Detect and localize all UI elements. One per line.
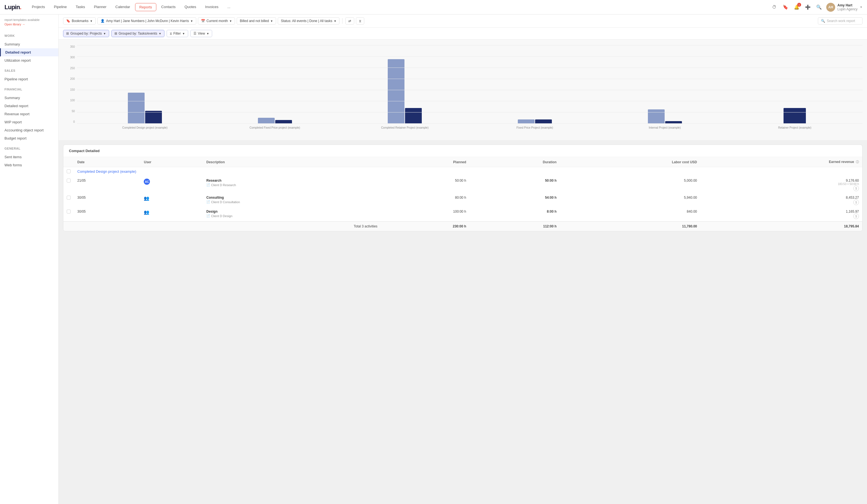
sidebar-item-web-forms[interactable]: Web forms <box>0 161 58 169</box>
data-table: Date User Description Planned Duration L… <box>63 157 862 231</box>
period-button[interactable]: 📅 Current month ▼ <box>198 17 235 24</box>
nav-reports[interactable]: Reports <box>135 3 156 11</box>
data-card: Compact Detailed Date User Description P… <box>63 144 863 231</box>
sidebar-item-pipeline-report[interactable]: Pipeline report <box>0 75 58 83</box>
logo[interactable]: Lupin. <box>4 4 21 11</box>
th-user[interactable]: User <box>140 157 203 167</box>
bookmarks-button[interactable]: 🔖 Bookmarks ▼ <box>63 17 96 24</box>
nav-tasks[interactable]: Tasks <box>72 3 89 11</box>
user-info[interactable]: AH Amy Hart Lupin Agency ▼ <box>826 3 863 12</box>
th-labor-cost[interactable]: Labor cost USD <box>560 157 700 167</box>
bar-light-5[interactable] <box>648 109 665 124</box>
nav-more[interactable]: ... <box>224 3 235 11</box>
x-label-5: Internal Project (example) <box>603 126 727 129</box>
row1-task-sub: 📄 Client D Research <box>206 183 377 187</box>
nav-contacts[interactable]: Contacts <box>158 3 180 11</box>
sidebar-item-budget-report[interactable]: Budget report <box>0 134 58 142</box>
bar-dark-3[interactable] <box>405 108 422 124</box>
user-text: Amy Hart Lupin Agency <box>837 3 857 11</box>
bar-dark-1[interactable] <box>145 111 162 124</box>
bookmarks-chevron: ▼ <box>90 20 93 23</box>
bar-light-4[interactable] <box>518 119 535 124</box>
bar-dark-2[interactable] <box>275 120 292 124</box>
info-icon[interactable]: ⓘ <box>856 160 859 163</box>
y-label-150: 150 <box>70 88 75 91</box>
bookmark-icon-small: 🔖 <box>66 19 70 23</box>
billing-button[interactable]: Billed and not billed ▼ <box>237 17 276 24</box>
row3-description: Design 📄 Client D Design <box>203 207 381 222</box>
project-header-row: Completed Design project (example) <box>63 167 862 176</box>
nav-planner[interactable]: Planner <box>90 3 110 11</box>
th-earned-revenue[interactable]: Earned revenue ⓘ <box>700 157 862 167</box>
sync-button[interactable]: ⇄ <box>345 17 354 24</box>
nav-projects[interactable]: Projects <box>28 3 49 11</box>
bar-dark-5[interactable] <box>665 121 682 124</box>
th-description[interactable]: Description <box>203 157 381 167</box>
add-icon[interactable]: ➕ <box>804 3 812 11</box>
row3-task-sub: 📄 Client D Design <box>206 214 377 218</box>
sidebar-item-utilization-report[interactable]: Utilization report <box>0 56 58 64</box>
toolbar-separator <box>342 18 343 24</box>
nav-pipeline[interactable]: Pipeline <box>50 3 71 11</box>
user-chevron-icon: ▼ <box>860 6 863 9</box>
group-by-projects-button[interactable]: ⊞ Grouped by: Projects ▼ <box>63 30 109 37</box>
nav-invoices[interactable]: Invoices <box>201 3 223 11</box>
view-button[interactable]: ☰ View ▼ <box>190 30 212 37</box>
total-row: Total 3 activities 230:00 h 112:00 h 11,… <box>63 222 862 231</box>
user-name: Amy Hart <box>837 3 857 7</box>
bookmark-icon[interactable]: 🔖 <box>782 3 789 11</box>
bar-light-1[interactable] <box>128 93 144 124</box>
open-library-link[interactable]: Open library → <box>4 23 25 26</box>
filter-icon-button[interactable]: ⧖ <box>356 17 364 24</box>
th-date[interactable]: Date <box>74 157 140 167</box>
filter-button[interactable]: ⧖ Filter ▼ <box>167 30 188 37</box>
bar-dark-6[interactable] <box>783 108 806 124</box>
users-filter-button[interactable]: 👤 Amy Hart | Jane Numbers | John McDunn … <box>97 17 196 24</box>
filter-btn-icon: ⧖ <box>170 32 172 35</box>
dollar-circle-2[interactable]: $ <box>853 200 859 205</box>
main-content: 🔖 Bookmarks ▼ 👤 Amy Hart | Jane Numbers … <box>58 14 867 504</box>
nav-calendar[interactable]: Calendar <box>111 3 134 11</box>
sidebar-item-financial-summary[interactable]: Summary <box>0 94 58 102</box>
row2-labor-cost: 5,940.00 <box>560 193 700 207</box>
sidebar-item-financial-detailed[interactable]: Detailed report <box>0 102 58 110</box>
section-title-work: Work <box>4 34 54 37</box>
project-checkbox[interactable] <box>67 169 71 173</box>
row3-user: 👥 <box>140 207 203 222</box>
bar-light-2[interactable] <box>258 118 275 124</box>
row3-labor-cost: 840.00 <box>560 207 700 222</box>
y-label-50: 50 <box>72 110 75 113</box>
y-label-250: 250 <box>70 67 75 70</box>
dollar-circle-1[interactable]: $ <box>853 185 859 191</box>
x-label-3: Completed Retainer Project (example) <box>343 126 467 129</box>
th-checkbox <box>63 157 74 167</box>
user-filter-icon: 👤 <box>100 19 105 23</box>
sidebar-item-wip-report[interactable]: WIP report <box>0 118 58 126</box>
row1-task-name: Research <box>206 179 377 183</box>
sidebar-item-detailed-report[interactable]: Detailed report <box>0 48 58 56</box>
search-icon[interactable]: 🔍 <box>815 3 823 11</box>
group-by-tasks-button[interactable]: ⊞ Grouped by: Tasks/events ▼ <box>111 30 164 37</box>
th-planned[interactable]: Planned <box>381 157 470 167</box>
row2-checkbox[interactable] <box>67 196 71 200</box>
row3-checkbox[interactable] <box>67 210 71 214</box>
chart-bar-group-2 <box>213 118 337 124</box>
th-duration[interactable]: Duration <box>470 157 560 167</box>
search-box[interactable]: 🔍 Search work report <box>818 17 863 24</box>
sidebar-item-work-summary[interactable]: Summary <box>0 40 58 48</box>
bar-light-3[interactable] <box>388 59 405 124</box>
nav-quotes[interactable]: Quotes <box>181 3 200 11</box>
notification-icon[interactable]: 🔔 1 <box>793 3 801 11</box>
sidebar-item-accounting-object[interactable]: Accounting object report <box>0 126 58 134</box>
sidebar-item-sent-items[interactable]: Sent items <box>0 153 58 161</box>
report-toolbar: 🔖 Bookmarks ▼ 👤 Amy Hart | Jane Numbers … <box>58 14 867 28</box>
status-button[interactable]: Status: All events | Done | All tasks ▼ <box>278 17 340 24</box>
dollar-circle-3[interactable]: $ <box>853 214 859 219</box>
doc-icon-2: 📄 <box>206 200 210 204</box>
row1-checkbox[interactable] <box>67 179 71 183</box>
timer-icon[interactable]: ⏱ <box>770 3 778 11</box>
project-link[interactable]: Completed Design project (example) <box>77 169 136 174</box>
bar-dark-4[interactable] <box>535 119 552 124</box>
sidebar-item-revenue-report[interactable]: Revenue report <box>0 110 58 118</box>
chart-bar-group-4 <box>473 119 597 124</box>
